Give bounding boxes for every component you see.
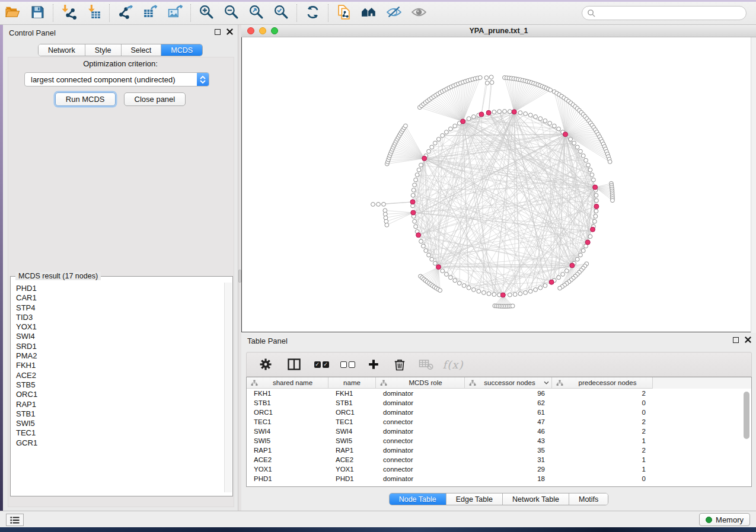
- run-mcds-button[interactable]: Run MCDS: [55, 92, 116, 106]
- duplicate-network-icon: [336, 4, 352, 23]
- tab-node-table[interactable]: Node Table: [390, 493, 446, 505]
- mcds-list-scrollbar[interactable]: [224, 283, 232, 492]
- tab-select[interactable]: Select: [122, 44, 162, 56]
- mcds-result-list[interactable]: PHD1CAR1STP4TID3YOX1SWI4SRD1PMA2FKH1ACE2…: [11, 283, 225, 492]
- close-panel-icon[interactable]: [227, 28, 233, 35]
- dropdown-stepper-icon[interactable]: [197, 73, 209, 86]
- close-panel-icon[interactable]: [745, 336, 751, 343]
- table-row[interactable]: RAP1RAP1dominator352: [247, 446, 751, 455]
- tab-network[interactable]: Network: [39, 44, 85, 56]
- column-header-successor-nodes[interactable]: successor nodes: [465, 377, 552, 389]
- hide-selected-button[interactable]: [381, 3, 406, 23]
- show-all-button[interactable]: [406, 3, 431, 23]
- mcds-result-node[interactable]: SWI5: [16, 419, 225, 428]
- first-neighbors-button[interactable]: [356, 3, 381, 23]
- table-row[interactable]: PHD1PHD1dominator180: [247, 474, 751, 483]
- mcds-result-node[interactable]: GCR1: [16, 438, 225, 448]
- optimization-criterion-dropdown[interactable]: largest connected component (undirected): [24, 72, 209, 86]
- mcds-result-node[interactable]: TEC1: [16, 428, 225, 438]
- mcds-result-node[interactable]: STP4: [16, 303, 225, 313]
- zoom-in-button[interactable]: [194, 3, 219, 23]
- memory-button[interactable]: Memory: [699, 513, 750, 526]
- duplicate-network-button[interactable]: [331, 3, 356, 23]
- mcds-result-node[interactable]: STB5: [16, 380, 225, 390]
- zoom-selected-button[interactable]: [269, 3, 294, 23]
- column-header-shared-name[interactable]: shared name: [247, 377, 328, 389]
- tab-network-table[interactable]: Network Table: [503, 493, 569, 505]
- function-builder-button[interactable]: f(x): [441, 354, 465, 375]
- table-scrollbar[interactable]: [744, 390, 750, 485]
- close-panel-button[interactable]: Close panel: [124, 92, 186, 106]
- search-field[interactable]: [582, 6, 747, 20]
- delete-column-button[interactable]: [388, 354, 412, 375]
- zoom-fit-button[interactable]: [244, 3, 269, 23]
- open-file-button[interactable]: [0, 3, 25, 23]
- mcds-result-node[interactable]: PHD1: [16, 284, 225, 293]
- table-cell: 1: [552, 436, 653, 446]
- select-all-button[interactable]: ✓✓: [310, 354, 333, 375]
- scrollbar-thumb[interactable]: [744, 392, 749, 439]
- export-network-button[interactable]: [113, 3, 138, 23]
- network-graph[interactable]: [242, 37, 750, 331]
- mcds-result-node[interactable]: STB1: [16, 409, 225, 419]
- table-cell: TEC1: [247, 417, 328, 427]
- mcds-result-node[interactable]: YOX1: [16, 322, 225, 332]
- show-columns-button[interactable]: [282, 354, 306, 375]
- mcds-result-node[interactable]: RAP1: [16, 400, 225, 409]
- tab-style[interactable]: Style: [85, 44, 122, 56]
- table-cell: RAP1: [328, 446, 376, 455]
- deselect-all-button[interactable]: [336, 354, 359, 375]
- table-cell: 46: [465, 427, 552, 436]
- zoom-out-button[interactable]: [219, 3, 244, 23]
- mcds-result-node[interactable]: ORC1: [16, 390, 225, 399]
- tab-edge-table[interactable]: Edge Table: [446, 493, 503, 505]
- export-image-button[interactable]: [162, 3, 187, 23]
- table-row[interactable]: TEC1TEC1connector472: [247, 417, 751, 427]
- table-row[interactable]: SWI4SWI4dominator462: [247, 427, 751, 436]
- table-row[interactable]: FKH1FKH1dominator962: [247, 389, 751, 398]
- search-input[interactable]: [599, 7, 735, 19]
- mcds-result-node[interactable]: ACE2: [16, 371, 225, 380]
- import-table-button[interactable]: [81, 3, 106, 23]
- table-cell: 1: [552, 464, 653, 474]
- gear-icon: [259, 357, 273, 371]
- table-row[interactable]: YOX1YOX1connector291: [247, 464, 751, 474]
- trash-icon: [393, 358, 406, 371]
- save-session-button[interactable]: [25, 3, 50, 23]
- mcds-result-node[interactable]: SWI4: [16, 332, 225, 341]
- table-row[interactable]: ORC1ORC1dominator610: [247, 408, 751, 417]
- table-cell: TEC1: [328, 417, 376, 427]
- table-cell: 43: [465, 436, 552, 446]
- import-network-button[interactable]: [56, 3, 81, 23]
- network-window-titlebar[interactable]: YPA_prune.txt_1: [241, 25, 756, 37]
- refresh-view-button[interactable]: [300, 3, 325, 23]
- export-table-button[interactable]: [138, 3, 162, 23]
- column-header-mcds-role[interactable]: MCDS role: [376, 377, 465, 389]
- table-cell: 2: [552, 446, 653, 455]
- mcds-result-node[interactable]: PMA2: [16, 351, 225, 361]
- mcds-result-node[interactable]: TID3: [16, 313, 225, 322]
- mcds-result-node[interactable]: CAR1: [16, 293, 225, 303]
- column-header-name[interactable]: name: [328, 377, 376, 389]
- open-folder-icon: [5, 5, 21, 21]
- tab-mcds[interactable]: MCDS: [161, 44, 202, 56]
- mcds-result-node[interactable]: SRD1: [16, 342, 225, 351]
- task-history-button[interactable]: [6, 514, 24, 526]
- table-row[interactable]: SWI5SWI5connector431: [247, 436, 751, 446]
- float-panel-icon[interactable]: [733, 337, 739, 343]
- table-cell: STB1: [328, 398, 376, 408]
- table-row[interactable]: STB1STB1dominator620: [247, 398, 751, 408]
- fx-icon: f(x): [443, 358, 464, 371]
- add-column-button[interactable]: [362, 354, 385, 375]
- table-cell: SWI4: [328, 427, 376, 436]
- table-cell: SWI5: [328, 436, 376, 446]
- delete-table-button[interactable]: [414, 354, 438, 375]
- float-panel-icon[interactable]: [215, 29, 221, 35]
- table-options-button[interactable]: [254, 354, 277, 375]
- table-cell: 35: [465, 446, 552, 455]
- table-row[interactable]: ACE2ACE2connector311: [247, 455, 751, 464]
- network-canvas[interactable]: [241, 37, 751, 332]
- mcds-result-node[interactable]: FKH1: [16, 361, 225, 370]
- column-header-predecessor-nodes[interactable]: predecessor nodes: [552, 377, 653, 389]
- tab-motifs[interactable]: Motifs: [569, 493, 608, 505]
